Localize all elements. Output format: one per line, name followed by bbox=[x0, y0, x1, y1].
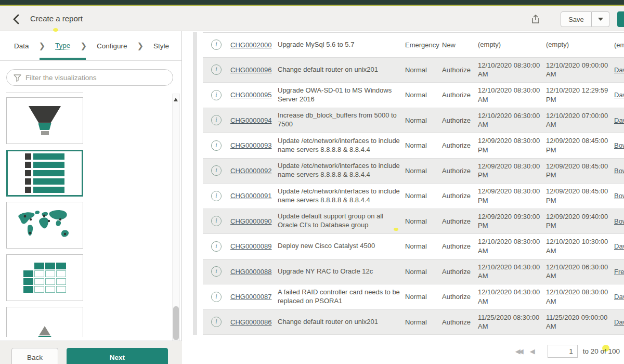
assigned-to-link[interactable]: Dav bbox=[614, 293, 624, 301]
table-row[interactable]: i CHG0000095 Upgrade OWA-SD-01 to MS Win… bbox=[203, 83, 624, 108]
assigned-to-link[interactable]: Bow bbox=[614, 141, 624, 149]
table-row[interactable]: i CHG0000091 Update /etc/network/interfa… bbox=[203, 184, 624, 209]
info-icon[interactable]: i bbox=[211, 241, 222, 252]
assigned-to-link[interactable]: Dav bbox=[614, 66, 624, 74]
info-icon[interactable]: i bbox=[211, 266, 222, 277]
table-row[interactable]: i CHG0000088 Upgrade NY RAC to Oracle 12… bbox=[203, 259, 624, 285]
table-row[interactable]: i CHG0002000 Upgrade MySql 5.6 to 5.7 Em… bbox=[203, 32, 624, 58]
start-date-cell: 12/10/2020 04:30:00 AM bbox=[478, 288, 542, 306]
previous-page-button[interactable]: ◀ bbox=[530, 347, 535, 355]
viz-card-world-map[interactable] bbox=[6, 202, 83, 249]
row-range-label: to 20 of 100 bbox=[583, 347, 620, 355]
save-button[interactable]: Save bbox=[561, 11, 592, 27]
change-number-link[interactable]: CHG0000092 bbox=[230, 167, 274, 175]
scroll-up-arrow-icon[interactable] bbox=[174, 97, 178, 101]
table-row[interactable]: i CHG0000089 Deploy new Cisco Catalyst 4… bbox=[203, 234, 624, 259]
priority-cell: Normal bbox=[405, 141, 438, 149]
wizard-step-style[interactable]: Style bbox=[153, 42, 169, 50]
priority-cell: Normal bbox=[405, 242, 438, 250]
viz-card-funnel[interactable] bbox=[6, 97, 83, 144]
state-cell: Authorize bbox=[442, 293, 474, 301]
change-number-link[interactable]: CHG0000089 bbox=[230, 242, 274, 250]
first-page-button[interactable]: ◀◀ bbox=[515, 347, 522, 355]
pyramid-chart-icon bbox=[28, 326, 62, 337]
state-cell: Authorize bbox=[442, 91, 474, 99]
priority-cell: Normal bbox=[405, 116, 438, 124]
scrollbar-thumb[interactable] bbox=[173, 306, 179, 340]
browser-top-bar bbox=[0, 0, 624, 5]
back-button[interactable]: Back bbox=[11, 348, 58, 364]
table-row[interactable]: i CHG0000087 A failed RAID controller ca… bbox=[203, 284, 624, 310]
start-date-cell: 12/09/2020 08:30:00 PM bbox=[478, 162, 542, 180]
info-icon[interactable]: i bbox=[211, 191, 222, 201]
assigned-to-link[interactable]: Dav bbox=[614, 242, 624, 250]
change-number-link[interactable]: CHG0000095 bbox=[230, 91, 274, 99]
assigned-to-link[interactable]: Bow bbox=[614, 167, 624, 175]
info-icon[interactable]: i bbox=[211, 90, 222, 100]
next-button[interactable]: Next bbox=[67, 348, 168, 364]
info-icon[interactable]: i bbox=[211, 165, 222, 176]
info-icon[interactable]: i bbox=[211, 40, 222, 50]
state-cell: Authorize bbox=[442, 318, 474, 326]
clipped-action-button[interactable] bbox=[617, 11, 624, 27]
list-chart-icon bbox=[25, 153, 64, 193]
end-date-cell: 12/10/2020 07:00:00 AM bbox=[546, 111, 610, 129]
info-icon[interactable]: i bbox=[211, 64, 222, 75]
change-number-link[interactable]: CHG0000088 bbox=[230, 268, 274, 276]
state-cell: Authorize bbox=[442, 192, 474, 200]
info-icon[interactable]: i bbox=[211, 317, 222, 327]
change-number-link[interactable]: CHG0000087 bbox=[230, 293, 274, 301]
start-date-cell: 12/10/2020 06:30:00 AM bbox=[478, 111, 542, 129]
info-icon[interactable]: i bbox=[211, 115, 222, 125]
app-header: Create a report Save bbox=[0, 6, 624, 31]
caret-down-icon bbox=[598, 18, 603, 21]
assigned-to-link[interactable]: Dav bbox=[614, 318, 624, 326]
wizard-step-type[interactable]: Type bbox=[55, 42, 70, 50]
change-request-rows: i CHG0002000 Upgrade MySql 5.6 to 5.7 Em… bbox=[203, 32, 624, 335]
info-icon[interactable]: i bbox=[211, 140, 222, 151]
save-dropdown-button[interactable] bbox=[592, 11, 609, 27]
change-number-link[interactable]: CHG0000093 bbox=[230, 141, 274, 149]
assigned-to-link[interactable]: Dav bbox=[614, 91, 624, 99]
page-number-input[interactable] bbox=[548, 345, 578, 358]
state-cell: Authorize bbox=[442, 217, 474, 225]
state-cell: Authorize bbox=[442, 66, 474, 74]
viz-card-heatmap-table[interactable] bbox=[6, 254, 83, 301]
start-date-cell: 12/10/2020 08:30:00 AM bbox=[478, 86, 542, 104]
filter-visualizations-input[interactable] bbox=[6, 69, 173, 86]
change-number-link[interactable]: CHG0000091 bbox=[230, 192, 274, 200]
info-icon[interactable]: i bbox=[211, 216, 222, 226]
wizard-step-data[interactable]: Data bbox=[14, 42, 29, 50]
table-row[interactable]: i CHG0000096 Change default router on un… bbox=[203, 58, 624, 83]
chevron-right-icon: ❯ bbox=[80, 41, 87, 50]
state-cell: Authorize bbox=[442, 242, 474, 250]
share-icon[interactable] bbox=[529, 13, 542, 25]
start-date-cell: 12/09/2020 08:30:00 PM bbox=[478, 136, 542, 154]
viz-card-list[interactable] bbox=[6, 150, 83, 197]
change-number-link[interactable]: CHG0000094 bbox=[230, 116, 274, 124]
back-chevron-icon[interactable] bbox=[10, 13, 23, 25]
change-number-link[interactable]: CHG0000096 bbox=[230, 66, 274, 74]
table-row[interactable]: i CHG0000086 Change default router on un… bbox=[203, 310, 624, 335]
change-number-link[interactable]: CHG0000086 bbox=[230, 318, 274, 326]
assigned-to-link[interactable]: Dav bbox=[614, 116, 624, 124]
table-row[interactable]: i CHG0000090 Update default support grou… bbox=[203, 209, 624, 235]
change-number-link[interactable]: CHG0002000 bbox=[230, 41, 274, 49]
info-icon[interactable]: i bbox=[211, 292, 222, 302]
assigned-to-link[interactable]: Fre bbox=[614, 268, 624, 276]
short-description-cell: Update /etc/network/interfaces to includ… bbox=[278, 187, 401, 205]
table-row[interactable]: i CHG0000092 Update /etc/network/interfa… bbox=[203, 159, 624, 184]
assigned-to-link[interactable]: Bow bbox=[614, 217, 624, 225]
report-designer-sidebar: Data❯Type❯Configure❯Style bbox=[0, 31, 182, 341]
sidebar-scrollbar[interactable] bbox=[172, 94, 180, 364]
short-description-cell: Increase db_block_buffers from 5000 to 7… bbox=[278, 111, 401, 129]
priority-cell: Emergency bbox=[405, 41, 438, 49]
change-number-link[interactable]: CHG0000090 bbox=[230, 217, 274, 225]
report-preview-table: i CHG0002000 Upgrade MySql 5.6 to 5.7 Em… bbox=[182, 31, 624, 364]
assigned-to-link[interactable]: Bow bbox=[614, 192, 624, 200]
table-row[interactable]: i CHG0000094 Increase db_block_buffers f… bbox=[203, 108, 624, 134]
table-row[interactable]: i CHG0000093 Update /etc/network/interfa… bbox=[203, 133, 624, 159]
viz-card-pyramid[interactable] bbox=[6, 307, 83, 337]
priority-cell: Normal bbox=[405, 293, 438, 301]
wizard-step-configure[interactable]: Configure bbox=[97, 42, 127, 50]
